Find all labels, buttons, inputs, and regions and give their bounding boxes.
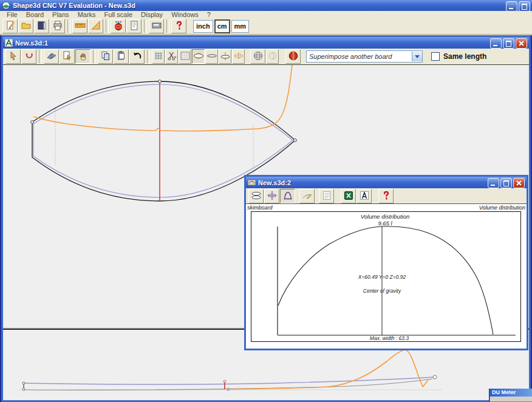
w1-close-button[interactable] <box>516 38 527 49</box>
print-button[interactable] <box>50 19 65 33</box>
edit-board-button[interactable] <box>60 49 75 64</box>
board-3d-button[interactable] <box>111 19 126 33</box>
control-point[interactable] <box>22 382 25 384</box>
plan-width-curve-orange <box>33 65 292 131</box>
help-button[interactable] <box>171 19 186 33</box>
control-point[interactable] <box>159 80 162 83</box>
cog-coordinates: X=60.49 Y=0 Z=0.92 <box>358 274 406 280</box>
pan-hand-icon <box>78 50 89 63</box>
unit-mm-button[interactable]: mm <box>231 20 250 33</box>
chart-title: Volume distribution <box>361 213 409 220</box>
text-label-button[interactable] <box>356 189 372 203</box>
main-minimize-button[interactable] <box>506 1 517 12</box>
thickness-view-icon <box>220 50 231 63</box>
cut-button[interactable] <box>165 49 178 64</box>
unit-inch-button[interactable]: inch <box>193 20 213 33</box>
w1-maximize-button[interactable] <box>503 38 514 49</box>
w2-maximize-button[interactable] <box>500 178 512 188</box>
volume-chart-svg: Volume distribution 9.65 l X=60.49 Y=0 Z… <box>251 212 520 341</box>
du-meter-window[interactable]: DU Meter <box>489 389 532 402</box>
pointer-button[interactable] <box>5 49 21 64</box>
menu-display[interactable]: Display <box>137 11 167 18</box>
slices-button[interactable] <box>179 49 191 64</box>
guidelines-button[interactable] <box>266 49 279 64</box>
w1-minimize-button[interactable] <box>490 38 502 49</box>
section-view-icon <box>233 50 244 63</box>
cut-icon <box>166 50 177 63</box>
distribution-window-titlebar[interactable]: New.s3d:2 <box>246 177 527 188</box>
menu-plans[interactable]: Plans <box>48 11 73 18</box>
du-meter-titlebar[interactable]: DU Meter <box>489 389 532 397</box>
toolbar-separator <box>144 19 147 33</box>
dropdown-arrow-icon[interactable] <box>412 52 422 61</box>
unit-cm-button[interactable]: cm <box>214 19 230 33</box>
paste-button[interactable] <box>114 49 129 64</box>
board-toolbar: Superimpose another board Same length <box>3 49 529 65</box>
save-button[interactable] <box>34 19 49 33</box>
main-toolbar: inch cm mm <box>0 18 532 35</box>
menu-file[interactable]: File <box>2 11 22 18</box>
w2-help-button[interactable] <box>378 189 394 203</box>
w2-close-button[interactable] <box>513 178 525 188</box>
axis-ellipse-button[interactable] <box>264 189 279 203</box>
undo-button[interactable] <box>129 49 145 64</box>
menu-full-scale[interactable]: Full scale <box>100 11 137 18</box>
distribution-curve-button[interactable] <box>280 189 295 203</box>
menu-help[interactable]: ? <box>203 11 215 18</box>
menu-windows[interactable]: Windows <box>167 11 203 18</box>
main-maximize-button[interactable] <box>519 1 530 12</box>
main-title: Shape3d CNC V7 Evaluation - New.s3d <box>13 2 135 9</box>
du-meter-body <box>489 397 532 402</box>
edit-board-icon <box>62 50 73 63</box>
outline-view-button[interactable] <box>192 49 205 64</box>
profile-deck-blue <box>24 377 435 384</box>
distribution-content: skimboard Volume distribution Volume dis… <box>246 204 527 349</box>
export-excel-icon <box>343 190 354 202</box>
grid-button[interactable] <box>152 49 165 64</box>
export-excel-button[interactable] <box>341 189 356 203</box>
plotter-icon <box>151 20 162 32</box>
cog-label: Center of gravity <box>363 288 401 294</box>
superimpose-value: Superimpose another board <box>307 53 412 60</box>
alert-icon <box>288 50 299 63</box>
sheet-preview-button[interactable] <box>126 19 142 33</box>
menu-board[interactable]: Board <box>22 11 48 18</box>
ruler-button[interactable] <box>72 19 87 33</box>
window-frame-left <box>0 35 1 402</box>
list-sheet-button[interactable] <box>319 189 334 203</box>
control-point[interactable] <box>22 388 25 390</box>
toolbar-separator <box>93 50 96 63</box>
board-window-title: New.s3d:1 <box>15 39 48 47</box>
copy-button[interactable] <box>98 49 113 64</box>
board-window-titlebar[interactable]: New.s3d:1 <box>3 37 529 49</box>
outline-curves-button[interactable] <box>248 189 264 203</box>
pan-hand-button[interactable] <box>75 49 90 64</box>
outline-curves-icon <box>251 190 262 202</box>
rotate-button[interactable] <box>21 49 36 64</box>
same-length-checkbox[interactable] <box>431 52 440 61</box>
outline-view-icon <box>193 50 204 63</box>
thickness-view-button[interactable] <box>219 49 231 64</box>
wireframe-3d-button[interactable] <box>250 49 265 64</box>
profile-view-button[interactable] <box>205 49 218 64</box>
new-document-button[interactable] <box>2 19 18 33</box>
w2-minimize-button[interactable] <box>488 178 499 188</box>
set-square-icon <box>90 20 101 32</box>
superimpose-dropdown[interactable]: Superimpose another board <box>306 50 423 63</box>
control-point[interactable] <box>223 380 226 383</box>
volume-distribution-chart: Volume distribution 9.65 l X=60.49 Y=0 Z… <box>251 211 521 342</box>
alert-button[interactable] <box>285 49 301 64</box>
view-board-button[interactable] <box>44 49 59 64</box>
open-folder-button[interactable] <box>18 19 33 33</box>
menu-marks[interactable]: Marks <box>73 11 100 18</box>
section-view-button[interactable] <box>232 49 245 64</box>
slices-icon <box>180 50 191 63</box>
plotter-button[interactable] <box>149 19 164 33</box>
set-square-button[interactable] <box>88 19 103 33</box>
app-logo-icon <box>2 1 10 10</box>
control-point[interactable] <box>294 139 297 142</box>
edit-curve-button[interactable] <box>299 189 315 203</box>
control-point[interactable] <box>433 375 437 379</box>
control-point[interactable] <box>31 121 34 124</box>
main-titlebar[interactable]: Shape3d CNC V7 Evaluation - New.s3d <box>0 0 532 11</box>
